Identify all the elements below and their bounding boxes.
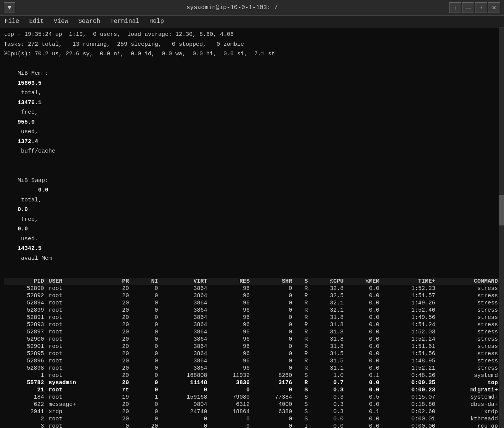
cell-virt: 3864: [161, 357, 210, 365]
menu-item-file[interactable]: File: [3, 17, 21, 26]
cell-s: S: [294, 401, 310, 408]
cell-pct-mem: 0.0: [346, 321, 382, 328]
cell-shr: 0: [252, 365, 294, 372]
cell-pid: 3: [4, 423, 46, 428]
cell-pr: 20: [109, 314, 132, 321]
menu-item-help[interactable]: Help: [148, 17, 165, 26]
cell-pid: 184: [4, 394, 46, 401]
scroll-up-button[interactable]: ↑: [449, 2, 461, 13]
table-row: 52895root2003864960R31.50.01:51.56stress: [4, 350, 500, 357]
maximize-button[interactable]: +: [475, 2, 487, 13]
cell-user: root: [46, 285, 109, 292]
cell-pid: 52900: [4, 336, 46, 343]
swap-free: 0.0: [18, 206, 28, 213]
cell-shr: 0: [252, 299, 294, 307]
cell-res: 96: [210, 336, 252, 343]
cell-timeplus: 1:52.03: [382, 328, 438, 336]
minimize-button[interactable]: —: [462, 2, 474, 13]
terminal[interactable]: top - 19:35:24 up 1:19, 0 users, load av…: [0, 27, 504, 428]
table-header-row: PID USER PR NI VIRT RES SHR S %CPU %MEM …: [4, 278, 500, 285]
cell-pid: 55782: [4, 379, 46, 386]
cell-virt: 3864: [161, 343, 210, 350]
mem-label: MiB Mem :: [18, 70, 48, 77]
cell-timeplus: 0:00.00: [382, 423, 438, 428]
col-command: COMMAND: [438, 278, 500, 285]
cell-res: 96: [210, 321, 252, 328]
cell-command: stress: [438, 350, 500, 357]
menu-item-view[interactable]: View: [52, 17, 70, 26]
cell-shr: 4000: [252, 401, 294, 408]
col-pid: PID: [4, 278, 46, 285]
cell-pct-mem: 0.0: [346, 386, 382, 394]
cell-pct-cpu: 32.1: [310, 307, 346, 314]
cell-res: 11932: [210, 372, 252, 379]
table-row: 52893root2003864960R31.80.01:51.24stress: [4, 321, 500, 328]
table-row: 2root200000S0.00.00:00.01kthreadd: [4, 415, 500, 423]
cell-pct-mem: 0.0: [346, 336, 382, 343]
scrollbar[interactable]: [499, 27, 504, 428]
cell-pct-cpu: 31.8: [310, 314, 346, 321]
sysinfo-line1: top - 19:35:24 up 1:19, 0 users, load av…: [4, 30, 500, 40]
cell-pr: 20: [109, 379, 132, 386]
table-row: 52899root2003864960R32.10.01:52.40stress: [4, 307, 500, 314]
swap-avail-label: avail Mem: [18, 255, 52, 262]
table-row: 52900root2003864960R31.80.01:52.24stress: [4, 336, 500, 343]
menu-dropdown-button[interactable]: ▼: [4, 2, 15, 13]
cell-user: root: [46, 357, 109, 365]
cell-res: 96: [210, 328, 252, 336]
cell-shr: 0: [252, 307, 294, 314]
cell-timeplus: 1:49.26: [382, 299, 438, 307]
cell-command: migrati+: [438, 386, 500, 394]
cell-pct-mem: 0.0: [346, 299, 382, 307]
swap-avail: 14342.5: [18, 245, 42, 252]
cell-shr: 0: [252, 336, 294, 343]
cell-pct-mem: 0.5: [346, 394, 382, 401]
close-button[interactable]: ✕: [488, 2, 500, 13]
cell-s: I: [294, 423, 310, 428]
menu-item-terminal[interactable]: Terminal: [109, 17, 141, 26]
cell-pct-mem: 0.0: [346, 379, 382, 386]
menu-item-search[interactable]: Search: [77, 17, 102, 26]
cell-s: R: [294, 336, 310, 343]
cell-pct-mem: 0.0: [346, 350, 382, 357]
cell-pr: 20: [109, 357, 132, 365]
cell-shr: 0: [252, 357, 294, 365]
scrollbar-thumb[interactable]: [499, 195, 504, 225]
cell-pid: 52895: [4, 350, 46, 357]
cell-timeplus: 1:52.40: [382, 307, 438, 314]
cell-virt: 0: [161, 415, 210, 423]
cell-pr: 20: [109, 328, 132, 336]
cell-pct-mem: 0.0: [346, 357, 382, 365]
cell-ni: 0: [131, 292, 160, 299]
cell-pr: 20: [109, 372, 132, 379]
cell-pct-mem: 0.0: [346, 415, 382, 423]
cell-user: root: [46, 307, 109, 314]
cell-pct-cpu: 31.8: [310, 328, 346, 336]
cell-shr: 8260: [252, 372, 294, 379]
cell-s: R: [294, 321, 310, 328]
cell-timeplus: 1:48.95: [382, 357, 438, 365]
col-res: RES: [210, 278, 252, 285]
cell-command: rcu_gp: [438, 423, 500, 428]
window-controls: ↑ — + ✕: [449, 2, 500, 13]
cell-s: S: [294, 415, 310, 423]
cell-ni: -20: [131, 423, 160, 428]
cell-s: R: [294, 292, 310, 299]
swap-used-label: used.: [18, 236, 45, 242]
col-shr: SHR: [252, 278, 294, 285]
cell-virt: 3864: [161, 292, 210, 299]
cell-timeplus: 1:51.57: [382, 292, 438, 299]
cell-shr: 0: [252, 386, 294, 394]
cell-pid: 2: [4, 415, 46, 423]
cell-pr: 20: [109, 336, 132, 343]
cell-timeplus: 0:48.26: [382, 372, 438, 379]
cell-s: R: [294, 328, 310, 336]
title-bar: ▼ sysadmin@ip-10-0-1-103: / ↑ — + ✕: [0, 0, 504, 16]
mem-total-label: total,: [18, 90, 48, 96]
cell-pct-cpu: 32.1: [310, 299, 346, 307]
col-ni: NI: [131, 278, 160, 285]
cell-command: stress: [438, 299, 500, 307]
cell-user: root: [46, 372, 109, 379]
menu-item-edit[interactable]: Edit: [27, 17, 45, 26]
cell-user: root: [46, 299, 109, 307]
